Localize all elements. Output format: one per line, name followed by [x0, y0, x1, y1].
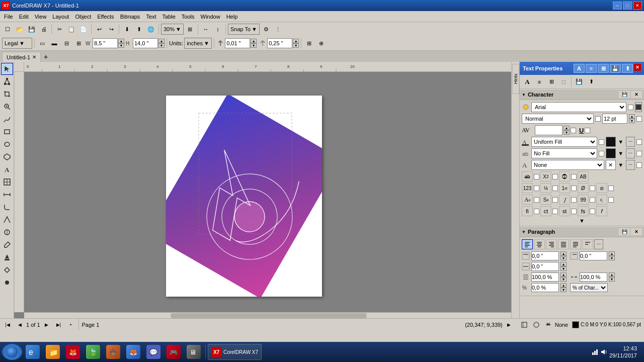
tb-options2[interactable]: ⋮ — [273, 24, 284, 35]
tool-smart[interactable] — [1, 277, 13, 289]
tabular-cb[interactable] — [590, 186, 595, 191]
tb-size1[interactable]: ⊟ — [61, 38, 72, 49]
styleset-cb[interactable] — [590, 197, 595, 203]
subscript-btn[interactable]: X2 — [540, 171, 551, 182]
tool-table[interactable] — [1, 176, 13, 188]
menu-layout[interactable]: Layout — [49, 13, 72, 21]
tool-interactive-fill[interactable] — [1, 264, 13, 276]
font-checkbox[interactable] — [628, 105, 633, 110]
panel-tb-save-style[interactable]: 💾 — [574, 76, 585, 87]
page-size-dropdown[interactable]: Legal ▼ — [2, 38, 32, 49]
panel-tb-frame[interactable]: ⬚ — [558, 76, 569, 87]
tool-fill[interactable] — [1, 251, 13, 263]
font-size-input[interactable] — [602, 114, 627, 124]
menu-text[interactable]: Text — [143, 13, 159, 21]
height-down[interactable]: ▼ — [158, 43, 165, 48]
word-spacing-input[interactable] — [580, 273, 607, 282]
tb-save[interactable]: 💾 — [26, 24, 37, 35]
hints-tab[interactable]: Hints — [512, 64, 519, 94]
scrollbar-horizontal[interactable] — [24, 312, 513, 318]
start-button[interactable] — [2, 344, 22, 360]
allcaps-btn[interactable]: AB — [578, 171, 589, 182]
spacing-unit-select[interactable]: % of Char... — [570, 283, 608, 292]
tool-dimension[interactable] — [1, 189, 13, 201]
character-section-header[interactable]: ▼ Character 💾 ✕ — [520, 89, 644, 100]
tb-landscape[interactable]: ▬ — [49, 38, 60, 49]
menu-help[interactable]: Help — [223, 13, 241, 21]
tab-close-icon[interactable]: ✕ — [32, 54, 36, 60]
indent-left-up[interactable]: ▲ — [560, 251, 567, 256]
canvas-area[interactable] — [24, 72, 513, 312]
indent-first-down[interactable]: ▼ — [560, 266, 567, 271]
align-left-btn[interactable] — [522, 239, 533, 249]
tb-import[interactable]: ⬇ — [121, 24, 132, 35]
oldfigures-btn[interactable]: 123 — [522, 183, 533, 193]
line-spacing-input[interactable] — [531, 273, 559, 282]
tb-cut[interactable]: ✂ — [54, 24, 65, 35]
historical-cb[interactable] — [608, 197, 614, 203]
smallcaps-btn[interactable]: Sa — [540, 195, 551, 205]
oldfigures-cb[interactable] — [534, 186, 539, 191]
width-up[interactable]: ▲ — [118, 39, 124, 43]
st-cb[interactable] — [571, 209, 577, 214]
menu-view[interactable]: View — [32, 13, 50, 21]
mode-icon-2[interactable] — [531, 321, 542, 329]
tabular-btn[interactable]: Ø — [578, 183, 589, 193]
tool-effects[interactable] — [1, 214, 13, 226]
minimize-button[interactable]: ─ — [613, 2, 622, 10]
fill-color-swatch[interactable] — [606, 137, 616, 147]
system-clock[interactable]: 12:43 29/11/2017 — [609, 345, 637, 359]
tb-mirror-h[interactable]: ↔ — [200, 24, 211, 35]
indent-first-up[interactable]: ▲ — [560, 262, 567, 266]
align-more-btn[interactable]: ... — [594, 239, 603, 249]
align-justify2-btn[interactable] — [570, 239, 581, 249]
panel-tb-tabs[interactable]: ⊞ — [546, 76, 557, 87]
menu-effects[interactable]: Effects — [94, 13, 117, 21]
underline-btn[interactable]: U — [579, 127, 584, 134]
fill-checkbox1[interactable] — [599, 139, 604, 145]
caps-btn[interactable]: ⓵ — [559, 171, 570, 182]
indent-right-input[interactable] — [580, 251, 607, 260]
nudge2-down[interactable]: ▼ — [293, 43, 299, 48]
tracking-up[interactable]: ▲ — [564, 126, 570, 130]
fill-more-btn[interactable]: ... — [626, 137, 635, 147]
tb-new[interactable]: ☐ — [2, 24, 13, 35]
tool-node[interactable] — [1, 75, 13, 87]
menu-window[interactable]: Window — [198, 13, 223, 21]
page-next-btn[interactable]: ▶ — [41, 321, 52, 329]
subscript-cb[interactable] — [552, 174, 558, 179]
nudge2-input[interactable] — [267, 38, 292, 48]
caps-cb[interactable] — [571, 174, 577, 179]
tool-eyedropper[interactable] — [1, 239, 13, 251]
underline-checkbox[interactable] — [585, 128, 590, 133]
swash-cb[interactable] — [571, 197, 577, 203]
fs-btn[interactable]: fs — [578, 206, 589, 216]
fi-cb[interactable] — [534, 209, 539, 214]
tb-grid[interactable]: ⊞ — [303, 38, 314, 49]
tb-print[interactable]: 🖨 — [38, 24, 49, 35]
nudge2-up[interactable]: ▲ — [293, 39, 299, 43]
historical-btn[interactable]: ᶓ — [596, 195, 607, 205]
taskbar-app5[interactable]: 🐻 — [104, 344, 123, 360]
tracking-input[interactable] — [535, 125, 562, 135]
indent-left-input[interactable] — [531, 251, 559, 260]
char-expand-btn[interactable]: ▼ — [522, 218, 642, 224]
units-dropdown[interactable]: inches ▼ — [184, 38, 212, 49]
menu-edit[interactable]: Edit — [16, 13, 32, 21]
taskbar-app3[interactable]: 🦊 — [63, 344, 83, 360]
coords-btn[interactable]: ▶ — [504, 321, 515, 328]
tool-text[interactable]: A — [1, 163, 13, 175]
fs-cb[interactable] — [590, 209, 595, 214]
tool-zoom[interactable] — [1, 101, 13, 113]
tb-portrait[interactable]: ▭ — [37, 38, 48, 49]
ct-cb[interactable] — [552, 209, 558, 214]
outline-type-select[interactable]: None — [531, 160, 604, 170]
tool-transparency[interactable] — [1, 226, 13, 238]
height-up[interactable]: ▲ — [158, 39, 165, 43]
align-justify-btn[interactable] — [558, 239, 569, 249]
slashedzero-cb[interactable] — [608, 186, 614, 191]
super-cb[interactable] — [571, 186, 577, 191]
nudge-up[interactable]: ▲ — [251, 39, 257, 43]
ct-btn[interactable]: ct — [540, 206, 551, 216]
mode-icon-3[interactable]: ✕ — [543, 321, 554, 329]
